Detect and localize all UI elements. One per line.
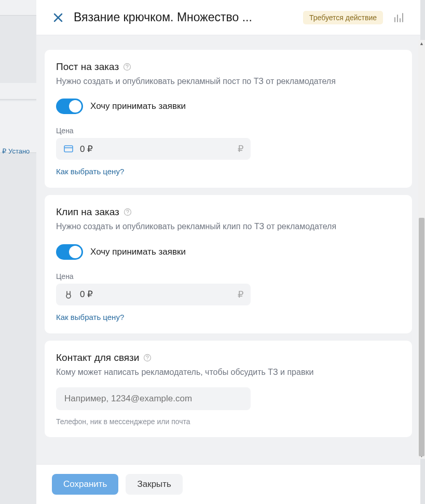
backdrop-link[interactable]: ₽ Устано: [0, 145, 36, 157]
help-icon[interactable]: [124, 208, 132, 216]
close-icon[interactable]: [52, 11, 64, 24]
price-input[interactable]: 0 ₽ ₽: [56, 284, 251, 305]
toggle-row: Хочу принимать заявки: [56, 99, 401, 114]
how-choose-price-link[interactable]: Как выбрать цену?: [56, 313, 124, 321]
scrollbar-thumb[interactable]: [419, 218, 424, 456]
backdrop-row: [0, 0, 36, 16]
card-title: Клип на заказ: [56, 206, 119, 218]
how-choose-price-link[interactable]: Как выбрать цену?: [56, 167, 124, 176]
card-subtitle: Нужно создать и опубликовать рекламный к…: [56, 221, 401, 232]
price-label: Цена: [56, 272, 401, 281]
card-clip-order: Клип на заказ Нужно создать и опубликова…: [45, 195, 412, 333]
modal-title: Вязание крючком. Множество ...: [74, 10, 294, 24]
close-button[interactable]: Закрыть: [126, 474, 182, 495]
background-panel: ₽ Устано: [0, 0, 36, 504]
card-contact: Контакт для связи Кому может написать ре…: [45, 341, 412, 437]
status-badge: Требуется действие: [303, 11, 383, 24]
modal-header: Вязание крючком. Множество ... Требуется…: [36, 0, 420, 35]
toggle-row: Хочу принимать заявки: [56, 244, 401, 260]
help-icon[interactable]: [123, 63, 131, 71]
card-icon: [63, 144, 74, 154]
svg-point-12: [66, 294, 71, 298]
ruble-icon: ₽: [238, 289, 243, 300]
save-button[interactable]: Сохранить: [52, 474, 118, 495]
svg-point-7: [127, 68, 128, 69]
price-label: Цена: [56, 127, 401, 135]
clip-icon: [63, 289, 74, 300]
stats-icon[interactable]: [392, 11, 405, 24]
toggle-label: Хочу принимать заявки: [90, 247, 186, 257]
card-post-order: Пост на заказ Нужно создать и опубликова…: [45, 50, 412, 188]
ruble-icon: ₽: [238, 143, 243, 155]
scroll-up-icon[interactable]: ▲: [418, 40, 425, 47]
card-subtitle: Нужно создать и опубликовать рекламный п…: [56, 76, 401, 87]
svg-rect-8: [64, 146, 73, 152]
backdrop-row: [0, 83, 36, 100]
toggle-label: Хочу принимать заявки: [90, 101, 186, 111]
modal-footer: Сохранить Закрыть: [36, 464, 420, 504]
svg-point-14: [147, 359, 148, 360]
card-title: Пост на заказ: [56, 61, 119, 73]
price-input[interactable]: 0 ₽ ₽: [56, 138, 251, 160]
modal-body: Пост на заказ Нужно создать и опубликова…: [36, 35, 420, 464]
price-value: 0 ₽: [80, 289, 231, 300]
svg-point-11: [127, 214, 128, 214]
accept-requests-toggle[interactable]: [56, 99, 83, 114]
price-value: 0 ₽: [80, 144, 231, 155]
modal-panel: Вязание крючком. Множество ... Требуется…: [36, 0, 420, 504]
card-subtitle: Кому может написать рекламодатель, чтобы…: [56, 367, 401, 378]
contact-input[interactable]: [56, 387, 251, 410]
help-icon[interactable]: [143, 354, 152, 362]
card-title: Контакт для связи: [56, 352, 139, 363]
contact-hint: Телефон, ник в мессенджере или почта: [56, 417, 401, 426]
accept-requests-toggle[interactable]: [56, 244, 83, 260]
